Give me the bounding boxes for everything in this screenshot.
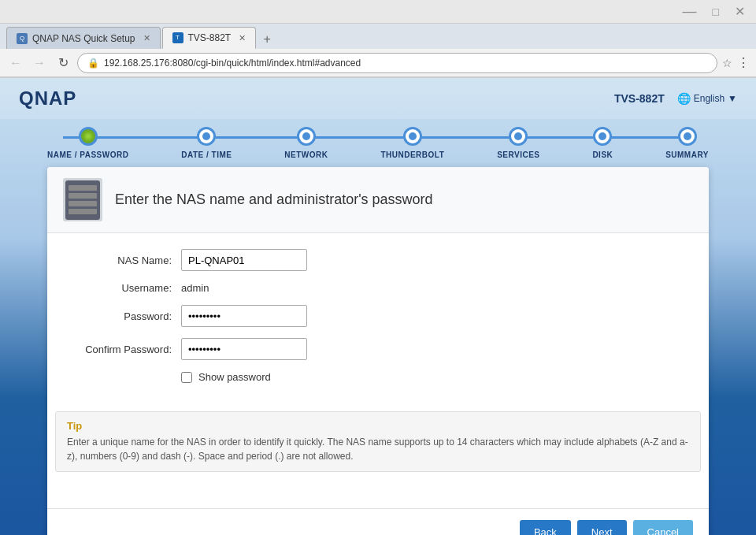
tab-close-1[interactable]: ✕ [143, 33, 150, 43]
cancel-button[interactable]: Cancel [633, 520, 693, 535]
close-button[interactable]: ✕ [730, 4, 750, 19]
show-password-label[interactable]: Show password [198, 371, 271, 383]
password-label: Password: [71, 310, 181, 322]
tab-favicon-2: T [172, 32, 183, 43]
step-dot-3 [302, 132, 310, 140]
nas-name-label: NAS Name: [71, 254, 181, 266]
step-disk: DISK [592, 127, 613, 159]
step-circle-6 [593, 127, 612, 146]
step-dot-6 [598, 132, 606, 140]
confirm-password-row: Confirm Password: [71, 338, 685, 360]
step-label-6: DISK [592, 150, 613, 159]
show-password-row: Show password [181, 371, 685, 383]
maximize-button[interactable]: □ [708, 6, 724, 18]
address-text: 192.168.25.176:8080/cgi-bin/quick/html/i… [104, 58, 707, 69]
step-circle-4 [403, 127, 422, 146]
password-row: Password: [71, 305, 685, 327]
step-dot-7 [684, 132, 691, 140]
nas-device-icon [63, 178, 102, 221]
nas-name-input[interactable] [181, 249, 307, 271]
content-footer: Back Next Cancel [47, 508, 709, 535]
language-label: English [694, 93, 724, 104]
tab-close-2[interactable]: ✕ [239, 33, 246, 43]
title-bar: — □ ✕ [0, 0, 756, 24]
step-circle-7 [678, 127, 697, 146]
browser-chrome: — □ ✕ Q QNAP NAS Quick Setup ✕ T TVS-882… [0, 0, 756, 78]
confirm-password-label: Confirm Password: [71, 344, 181, 355]
tab-qnap-quick-setup[interactable]: Q QNAP NAS Quick Setup ✕ [6, 27, 161, 49]
tab-label-2: TVS-882T [188, 32, 232, 43]
page-background: QNAP TVS-882T 🌐 English ▼ NAME / PASSWOR… [0, 78, 756, 535]
reload-button[interactable]: ↻ [54, 54, 72, 72]
step-thunderbolt: THUNDERBOLT [380, 127, 444, 159]
globe-icon: 🌐 [677, 92, 691, 105]
qnap-header: QNAP TVS-882T 🌐 English ▼ [0, 78, 756, 119]
nav-bar: ← → ↻ 🔒 192.168.25.176:8080/cgi-bin/quic… [0, 49, 756, 77]
username-row: Username: admin [71, 282, 685, 294]
username-label: Username: [71, 282, 181, 294]
username-value: admin [181, 282, 209, 294]
new-tab-button[interactable]: + [258, 30, 276, 49]
step-label-2: DATE / TIME [181, 150, 232, 159]
step-circle-1 [79, 127, 98, 146]
tip-text: Enter a unique name for the NAS in order… [67, 435, 689, 463]
spacer [47, 485, 709, 508]
step-active-indicator [83, 131, 94, 142]
step-network: NETWORK [284, 127, 328, 159]
step-summary: SUMMARY [665, 127, 709, 159]
language-dropdown-icon: ▼ [728, 93, 737, 104]
header-right: TVS-882T 🌐 English ▼ [614, 92, 737, 105]
tab-favicon-1: Q [17, 33, 28, 44]
step-circle-5 [509, 127, 528, 146]
tip-box: Tip Enter a unique name for the NAS in o… [55, 411, 701, 472]
step-label-1: NAME / PASSWORD [47, 150, 128, 159]
step-label-7: SUMMARY [665, 150, 709, 159]
tab-label-1: QNAP NAS Quick Setup [32, 33, 135, 44]
language-selector[interactable]: 🌐 English ▼ [677, 92, 737, 105]
step-label-5: SERVICES [497, 150, 539, 159]
form-body: NAS Name: Username: admin Password: Conf… [47, 233, 709, 411]
step-label-3: NETWORK [284, 150, 328, 159]
step-dot-5 [514, 132, 522, 140]
qnap-logo: QNAP [19, 87, 76, 110]
step-date-time: DATE / TIME [181, 127, 232, 159]
device-name: TVS-882T [614, 92, 665, 105]
minimize-button[interactable]: — [678, 3, 702, 20]
show-password-checkbox[interactable] [181, 372, 192, 383]
back-nav-button[interactable]: ← [6, 54, 25, 72]
wizard-steps: NAME / PASSWORD DATE / TIME NETWORK THUN… [0, 119, 756, 167]
content-title: Enter the NAS name and administrator's p… [115, 191, 433, 208]
next-button[interactable]: Next [577, 520, 627, 535]
confirm-password-input[interactable] [181, 338, 307, 360]
tabs-bar: Q QNAP NAS Quick Setup ✕ T TVS-882T ✕ + [0, 24, 756, 49]
tip-title: Tip [67, 420, 689, 432]
step-dot-2 [202, 132, 210, 140]
address-bar[interactable]: 🔒 192.168.25.176:8080/cgi-bin/quick/html… [77, 53, 717, 73]
password-input[interactable] [181, 305, 307, 327]
lock-icon: 🔒 [87, 58, 99, 69]
step-circle-3 [297, 127, 316, 146]
main-content-card: Enter the NAS name and administrator's p… [47, 167, 709, 535]
step-label-4: THUNDERBOLT [380, 150, 444, 159]
nas-name-row: NAS Name: [71, 249, 685, 271]
content-header: Enter the NAS name and administrator's p… [47, 167, 709, 233]
step-name-password: NAME / PASSWORD [47, 127, 128, 159]
tab-tvs882t[interactable]: T TVS-882T ✕ [162, 27, 257, 49]
window-controls[interactable]: — □ ✕ [678, 3, 750, 20]
forward-nav-button[interactable]: → [30, 54, 49, 72]
back-button[interactable]: Back [520, 520, 571, 535]
browser-menu-button[interactable]: ⋮ [737, 55, 750, 70]
step-services: SERVICES [497, 127, 539, 159]
step-circle-2 [197, 127, 216, 146]
step-dot-4 [409, 132, 417, 140]
bookmark-icon[interactable]: ☆ [722, 57, 732, 69]
